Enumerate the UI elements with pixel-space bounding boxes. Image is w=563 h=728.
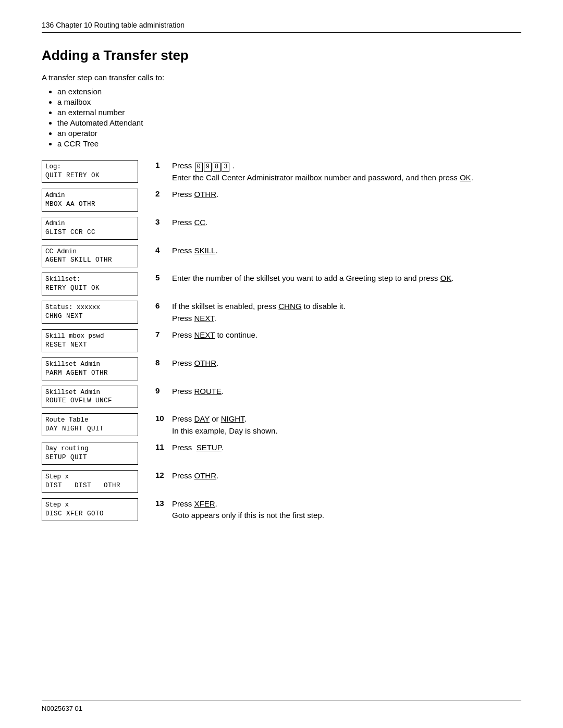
page-footer: N0025637 01 [42, 700, 521, 712]
step-row-2: 2 Press OTHR. [146, 186, 521, 214]
list-item: a CCR Tree [57, 139, 521, 148]
keycap-0: 0 [195, 163, 203, 172]
step-row-12: 12 Press OTHR. [146, 467, 521, 496]
step-desc-7: Press NEXT to continue. [172, 329, 258, 341]
lcd-9: Skillset Admin ROUTE OVFLW UNCF [42, 383, 146, 411]
step-number-10: 10 [155, 413, 167, 437]
step-desc-13: Press XFER.Goto appears only if this is … [172, 498, 324, 522]
list-item: the Automated Attendant [57, 118, 521, 127]
keycap-3: 3 [222, 163, 229, 172]
step-row-13: 13 Press XFER.Goto appears only if this … [146, 496, 521, 524]
lcd-screen-9: Skillset Admin ROUTE OVFLW UNCF [42, 386, 138, 409]
lcd-screen-4: CC Admin AGENT SKILL OTHR [42, 245, 138, 268]
step-desc-4: Press SKILL. [172, 245, 218, 257]
step-row-1: 1 Press 0983 . Enter the Call Center Adm… [146, 157, 521, 186]
lcd-screen-11: Day routing SETUP QUIT [42, 442, 138, 465]
step-desc-2: Press OTHR. [172, 189, 218, 201]
lcd-10: Route Table DAY NIGHT QUIT [42, 411, 146, 439]
bullet-list: an extension a mailbox an external numbe… [57, 87, 521, 148]
page: 136 Chapter 10 Routing table administrat… [0, 0, 563, 728]
steps-grid: Log: QUIT RETRY OK 1 Press 0983 . Enter … [42, 157, 521, 524]
step-row-7: 7 Press NEXT to continue. [146, 327, 521, 355]
lcd-screen-13: Step x DISC XFER GOTO [42, 498, 138, 521]
step-number-3: 3 [155, 217, 167, 229]
step-row-11: 11 Press SETUP. [146, 439, 521, 467]
step-number-12: 12 [155, 470, 167, 482]
lcd-screen-1: Log: QUIT RETRY OK [42, 160, 138, 183]
step-row-3: 3 Press CC. [146, 214, 521, 242]
step-desc-1: Press 0983 . Enter the Call Center Admin… [172, 160, 473, 183]
page-header: 136 Chapter 10 Routing table administrat… [42, 21, 521, 33]
lcd-3: Admin GLIST CCR CC [42, 214, 146, 242]
step-row-6: 6 If the skillset is enabled, press CHNG… [146, 298, 521, 327]
lcd-screen-6: Status: xxxxxx CHNG NEXT [42, 301, 138, 324]
lcd-8: Skillset Admin PARM AGENT OTHR [42, 355, 146, 383]
step-desc-10: Press DAY or NIGHT.In this example, Day … [172, 413, 278, 437]
step-number-13: 13 [155, 498, 167, 522]
lcd-screen-3: Admin GLIST CCR CC [42, 217, 138, 240]
lcd-5: Skillset: RETRY QUIT OK [42, 270, 146, 298]
step-number-9: 9 [155, 386, 167, 398]
lcd-7: Skill mbox pswd RESET NEXT [42, 327, 146, 355]
step-row-9: 9 Press ROUTE. [146, 383, 521, 411]
lcd-screen-7: Skill mbox pswd RESET NEXT [42, 329, 138, 352]
lcd-screen-10: Route Table DAY NIGHT QUIT [42, 413, 138, 436]
step-desc-12: Press OTHR. [172, 470, 218, 482]
step-desc-9: Press ROUTE. [172, 386, 224, 398]
lcd-screen-8: Skillset Admin PARM AGENT OTHR [42, 357, 138, 380]
list-item: an external number [57, 108, 521, 117]
list-item: a mailbox [57, 97, 521, 106]
step-number-8: 8 [155, 357, 167, 369]
lcd-2: Admin MBOX AA OTHR [42, 186, 146, 214]
lcd-6: Status: xxxxxx CHNG NEXT [42, 298, 146, 327]
step-number-4: 4 [155, 245, 167, 257]
step-desc-3: Press CC. [172, 217, 207, 229]
lcd-screen-5: Skillset: RETRY QUIT OK [42, 273, 138, 295]
lcd-1: Log: QUIT RETRY OK [42, 157, 146, 186]
lcd-12: Step x DIST DIST OTHR [42, 467, 146, 496]
lcd-screen-2: Admin MBOX AA OTHR [42, 189, 138, 212]
footer-text: N0025637 01 [42, 705, 82, 712]
intro-text: A transfer step can transfer calls to: [42, 73, 521, 82]
list-item: an operator [57, 129, 521, 138]
lcd-4: CC Admin AGENT SKILL OTHR [42, 242, 146, 270]
step-desc-8: Press OTHR. [172, 357, 218, 369]
lcd-screen-12: Step x DIST DIST OTHR [42, 470, 138, 493]
step-number-2: 2 [155, 189, 167, 201]
step-number-1: 1 [155, 160, 167, 183]
header-text: 136 Chapter 10 Routing table administrat… [42, 21, 185, 29]
step-row-4: 4 Press SKILL. [146, 242, 521, 270]
keycap-8: 8 [213, 163, 221, 172]
step-desc-6: If the skillset is enabled, press CHNG t… [172, 301, 346, 324]
step-number-7: 7 [155, 329, 167, 341]
chapter-title: Adding a Transfer step [42, 47, 521, 64]
step-desc-5: Enter the number of the skillset you wan… [172, 273, 454, 285]
step-number-6: 6 [155, 301, 167, 324]
step-row-10: 10 Press DAY or NIGHT.In this example, D… [146, 411, 521, 439]
lcd-11: Day routing SETUP QUIT [42, 439, 146, 467]
lcd-13: Step x DISC XFER GOTO [42, 496, 146, 524]
step-row-8: 8 Press OTHR. [146, 355, 521, 383]
list-item: an extension [57, 87, 521, 96]
step-row-5: 5 Enter the number of the skillset you w… [146, 270, 521, 298]
step-number-11: 11 [155, 442, 167, 454]
step-number-5: 5 [155, 273, 167, 285]
step-desc-11: Press SETUP. [172, 442, 224, 454]
keycap-9: 9 [204, 163, 212, 172]
